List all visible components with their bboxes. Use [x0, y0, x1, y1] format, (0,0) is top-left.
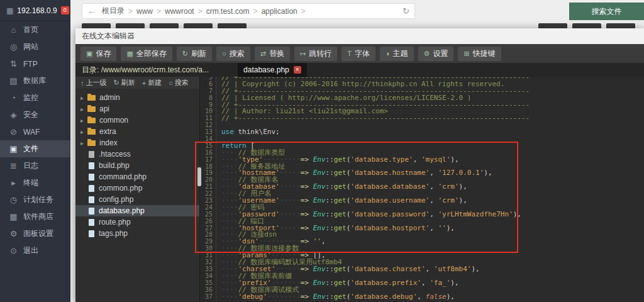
line-number: 8 — [200, 95, 216, 102]
file-icon — [89, 196, 94, 203]
tree-new-button[interactable]: +新建 — [142, 78, 162, 87]
tree-up-button[interactable]: ↑上一级 — [80, 78, 107, 87]
sidebar-item-cron[interactable]: ◷计划任务 — [0, 191, 70, 208]
goto-line-button[interactable]: ↦跳转行 — [294, 47, 337, 61]
code-line: 25····'password'·····=> Env::get('databa… — [200, 211, 644, 218]
sidebar-item-panel-settings[interactable]: ⚙面板设置 — [0, 225, 70, 242]
refresh-icon[interactable]: ↻ — [402, 6, 409, 16]
goto-line-icon: ↦ — [300, 50, 306, 58]
code-editor[interactable]: 5// +-----------------------------------… — [200, 77, 644, 302]
tree-file-database.php[interactable]: database.php — [75, 205, 199, 216]
tree-item-label: extra — [99, 127, 116, 136]
font-button[interactable]: T字体 — [341, 47, 375, 61]
panel-settings-icon: ⚙ — [9, 229, 18, 238]
folder-icon — [87, 140, 96, 146]
button-label: 主题 — [393, 48, 408, 59]
tree-item-label: common — [99, 116, 128, 125]
line-number: 17 — [200, 157, 216, 164]
breadcrumb-separator: > — [157, 7, 161, 16]
button-label: 字体 — [355, 48, 370, 59]
theme-button[interactable]: ◑主题 — [380, 47, 414, 61]
tree-folder-admin[interactable]: ▸admin — [75, 92, 199, 103]
theme-icon: ◑ — [386, 50, 390, 57]
tree-file-common.php[interactable]: common.php — [75, 182, 199, 194]
sidebar-item-home[interactable]: ⌂首页 — [0, 21, 70, 38]
tree-item-label: tags.php — [99, 229, 128, 238]
sidebar-item-label: 数据库 — [23, 76, 46, 86]
sidebar-item-database[interactable]: ▤数据库 — [0, 72, 70, 89]
sidebar-item-label: 安全 — [23, 109, 38, 120]
sidebar-item-label: 面板设置 — [23, 228, 53, 239]
tree-folder-index[interactable]: ▸index — [75, 137, 199, 148]
tree-file-tags.php[interactable]: tags.php — [75, 228, 199, 239]
server-header[interactable]: ▦ 192.168.0.9 0 — [0, 0, 70, 21]
directory-path: 目录: /www/wwwroot/crm.test.com/a... — [75, 65, 209, 76]
replace-icon: ⇄ — [260, 50, 266, 58]
code-content: 5// +-----------------------------------… — [200, 77, 644, 300]
hotkeys-button[interactable]: ⊞快捷键 — [458, 47, 501, 61]
code-text: ····'debug'········=> Env::get('database… — [216, 294, 455, 301]
save-button[interactable]: ▣保存 — [80, 47, 116, 61]
logout-icon: ⊙ — [9, 246, 18, 255]
tree-file-route.php[interactable]: route.php — [75, 216, 199, 228]
grid-icon: ▦ — [6, 6, 13, 15]
search-button[interactable]: ○搜索 — [216, 47, 250, 61]
sidebar-item-label: 网站 — [23, 42, 38, 52]
splitter-handle[interactable] — [197, 167, 201, 186]
tree-file-.htaccess[interactable]: .htaccess — [75, 148, 199, 160]
file-tree: ▸admin▸api▸common▸extra▸index.htaccessbu… — [75, 89, 199, 302]
tree-item-label: index — [99, 138, 118, 147]
tree-file-config.php[interactable]: config.php — [75, 194, 199, 205]
tree-item-label: common.php — [99, 184, 142, 193]
back-icon[interactable]: ← — [87, 6, 96, 16]
tree-file-command.php[interactable]: command.php — [75, 171, 199, 182]
sidebar-item-label: 退出 — [23, 245, 38, 256]
sidebar-item-store[interactable]: ▦软件商店 — [0, 208, 70, 225]
chevron-right-icon: ▸ — [80, 106, 87, 113]
sidebar-item-label: 软件商店 — [23, 211, 53, 222]
settings-button[interactable]: ⚙设置 — [418, 47, 454, 61]
tree-folder-extra[interactable]: ▸extra — [75, 126, 199, 137]
sidebar-item-label: 首页 — [23, 25, 38, 35]
sidebar-item-logout[interactable]: ⊙退出 — [0, 242, 70, 259]
sidebar-item-terminal[interactable]: ▸终端 — [0, 174, 70, 191]
tree-search-button[interactable]: ○搜索 — [169, 78, 189, 87]
tree-folder-api[interactable]: ▸api — [75, 103, 199, 115]
sidebar-item-waf[interactable]: ⊘WAF — [0, 123, 70, 140]
replace-button[interactable]: ⇄替换 — [255, 47, 290, 61]
home-icon: ⌂ — [9, 25, 18, 35]
save-all-button[interactable]: ▦全部保存 — [121, 47, 172, 61]
tree-file-build.php[interactable]: build.php — [75, 160, 199, 171]
breadcrumb-bar: ← 根目录>www>wwwroot>crm.test.com>applicati… — [82, 3, 415, 19]
sidebar: ▦ 192.168.0.9 0 ⌂首页◎网站⇅FTP▤数据库◔监控◈安全⊘WAF… — [0, 0, 70, 302]
refresh-button[interactable]: ↻刷新 — [177, 47, 212, 61]
sidebar-item-site[interactable]: ◎网站 — [0, 38, 70, 55]
close-icon[interactable]: × — [294, 66, 301, 74]
editor-title: 在线文本编辑器 — [75, 28, 644, 44]
breadcrumb-item[interactable]: wwwroot — [165, 7, 194, 16]
sidebar-item-security[interactable]: ◈安全 — [0, 106, 70, 123]
tree-folder-common[interactable]: ▸common — [75, 115, 199, 126]
editor-toolbar: ▣保存▦全部保存↻刷新○搜索⇄替换↦跳转行T字体◑主题⚙设置⊞快捷键 — [75, 44, 644, 63]
tree-refresh-button[interactable]: ↻刷新 — [114, 78, 135, 87]
refresh-icon: ↻ — [182, 50, 188, 58]
sidebar-item-monitor[interactable]: ◔监控 — [0, 89, 70, 106]
search-files-button[interactable]: 搜索文件 — [569, 3, 644, 20]
tab-database-php[interactable]: database.php × — [238, 63, 307, 77]
button-label: 搜索 — [230, 48, 245, 59]
sidebar-menu: ⌂首页◎网站⇅FTP▤数据库◔监控◈安全⊘WAF▣文件≣日志▸终端◷计划任务▦软… — [0, 21, 70, 259]
file-icon — [89, 230, 94, 237]
breadcrumb-item[interactable]: application — [261, 7, 297, 16]
message-badge[interactable]: 0 — [61, 6, 69, 14]
line-number: 26 — [200, 218, 216, 225]
line-number: 7 — [200, 88, 216, 95]
sidebar-item-files[interactable]: ▣文件 — [0, 140, 70, 157]
sidebar-item-ftp[interactable]: ⇅FTP — [0, 55, 70, 72]
sidebar-item-logs[interactable]: ≣日志 — [0, 157, 70, 174]
breadcrumb-item[interactable]: 根目录 — [102, 6, 125, 16]
breadcrumb-item[interactable]: www — [136, 7, 153, 16]
tree-item-label: .htaccess — [99, 150, 131, 159]
breadcrumb-item[interactable]: crm.test.com — [206, 7, 250, 16]
button-label: 上一级 — [86, 78, 107, 87]
save-all-icon: ▦ — [126, 50, 133, 58]
